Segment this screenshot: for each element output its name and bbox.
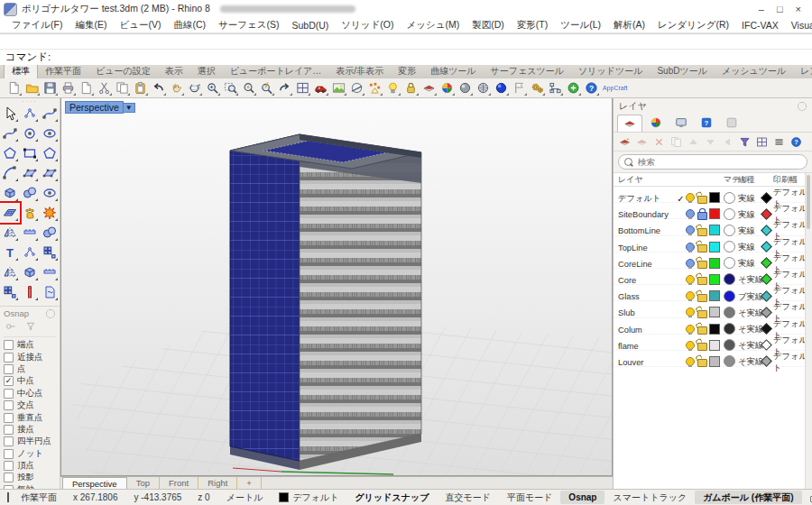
checkbox[interactable]: ✓ bbox=[4, 461, 14, 471]
layer-visibility-bulb-icon[interactable] bbox=[686, 357, 695, 366]
layer-color-swatch[interactable] bbox=[709, 192, 720, 203]
shaded-view-icon[interactable] bbox=[457, 80, 473, 96]
arc-tool-icon[interactable] bbox=[0, 163, 20, 183]
layer-material-icon[interactable] bbox=[724, 241, 735, 252]
checkbox[interactable]: ✓ bbox=[4, 389, 14, 399]
layer-color-swatch[interactable] bbox=[709, 324, 720, 335]
menu-item[interactable]: SubD(U) bbox=[285, 20, 335, 31]
layer-row[interactable]: SiteBoundary 実線 デフォルト bbox=[614, 203, 812, 219]
slab-tool-icon[interactable] bbox=[20, 223, 40, 243]
open-file-icon[interactable] bbox=[23, 80, 40, 96]
toolbar-tab[interactable]: レンダリングツール bbox=[793, 65, 812, 78]
print-icon[interactable] bbox=[60, 80, 76, 96]
layer-name[interactable]: Louver bbox=[618, 358, 676, 367]
menu-item[interactable]: 変形(T) bbox=[511, 19, 554, 32]
viewport-tab[interactable]: Right bbox=[198, 477, 237, 489]
status-field[interactable]: z 0 bbox=[189, 491, 217, 504]
flow-tool-icon[interactable] bbox=[40, 282, 60, 302]
osnap-track-icon[interactable] bbox=[5, 321, 16, 334]
layer-lock-icon[interactable] bbox=[697, 228, 707, 236]
ellipse-tool-icon[interactable] bbox=[40, 124, 60, 143]
curved-surface-tool-icon[interactable] bbox=[40, 163, 60, 183]
layer-material-icon[interactable] bbox=[724, 323, 735, 335]
layer-linetype[interactable]: ブ実線 bbox=[738, 291, 762, 303]
checkbox[interactable]: ✓ bbox=[4, 473, 14, 482]
zoom-window-icon[interactable] bbox=[240, 80, 256, 96]
layer-row[interactable]: Colum そ実線 デフォルト bbox=[614, 318, 812, 335]
panel-scrollbar[interactable] bbox=[805, 173, 812, 489]
osnap-filter-icon[interactable] bbox=[25, 321, 36, 334]
panel-help-button[interactable] bbox=[789, 134, 803, 149]
layer-color-swatch[interactable] bbox=[709, 290, 720, 301]
viewport-tab[interactable]: Perspective bbox=[62, 477, 127, 489]
status-field[interactable]: 作業平面 bbox=[13, 491, 65, 504]
panel-gear-icon[interactable] bbox=[798, 102, 807, 111]
zoom-extents-icon[interactable] bbox=[258, 80, 274, 96]
update-icon[interactable] bbox=[565, 80, 581, 96]
cut-icon[interactable] bbox=[96, 80, 112, 96]
viewport-label[interactable]: Perspective ▼ bbox=[65, 101, 135, 114]
extract-surface-tool-icon[interactable] bbox=[20, 203, 40, 223]
osnap-option[interactable]: ✓ 四半円点 bbox=[4, 436, 60, 447]
layer-linetype[interactable]: 実線 bbox=[738, 242, 762, 253]
block-manager-icon[interactable] bbox=[547, 80, 563, 96]
new-sublayer-button[interactable] bbox=[634, 134, 649, 149]
layer-material-icon[interactable] bbox=[724, 307, 735, 318]
layer-visibility-bulb-icon[interactable] bbox=[686, 275, 695, 284]
cplane-icon[interactable] bbox=[348, 80, 364, 96]
checkbox[interactable]: ✓ bbox=[4, 340, 14, 350]
layer-row[interactable]: BottomLine 実線 デフォルト bbox=[614, 219, 812, 235]
help-icon[interactable] bbox=[583, 80, 599, 96]
viewport[interactable]: Perspective ▼ bbox=[60, 98, 613, 476]
layer-material-icon[interactable] bbox=[724, 339, 735, 351]
viewport-layout-icon[interactable] bbox=[294, 80, 310, 96]
cylinder-tool-icon[interactable] bbox=[40, 183, 60, 203]
delete-layer-button[interactable] bbox=[651, 134, 666, 149]
layer-color-swatch[interactable] bbox=[709, 356, 720, 367]
louver-tool-icon[interactable] bbox=[40, 262, 60, 282]
help-panel-tab[interactable] bbox=[695, 115, 718, 131]
layer-row[interactable]: Slub そ実線 デフォルト bbox=[614, 301, 812, 317]
status-toggle[interactable]: 平面モード bbox=[499, 491, 560, 504]
lock-objects-icon[interactable] bbox=[402, 80, 419, 96]
array-tool-icon[interactable] bbox=[40, 243, 60, 262]
flag-icon[interactable] bbox=[511, 80, 527, 96]
menu-item[interactable]: ビュー(V) bbox=[113, 19, 167, 32]
toolbar-tab[interactable]: ソリッドツール bbox=[571, 65, 650, 78]
checkbox[interactable]: ✓ bbox=[4, 353, 14, 363]
layer-lock-icon[interactable] bbox=[697, 326, 707, 335]
layer-lock-icon[interactable] bbox=[697, 244, 707, 252]
move-left-button[interactable] bbox=[720, 134, 734, 149]
circle-tool-icon[interactable] bbox=[20, 124, 40, 143]
rotate-view-icon[interactable] bbox=[186, 80, 202, 96]
object-snap-icon[interactable] bbox=[366, 80, 383, 96]
menu-item[interactable]: メッシュ(M) bbox=[400, 19, 466, 32]
layer-name[interactable]: Core bbox=[618, 276, 676, 285]
status-field[interactable]: メートル bbox=[218, 491, 272, 504]
move-down-button[interactable] bbox=[703, 134, 717, 149]
menu-item[interactable]: IFC-VAX bbox=[735, 20, 785, 31]
scale-tool-icon[interactable] bbox=[20, 243, 40, 262]
layer-lock-icon[interactable] bbox=[697, 310, 707, 318]
checkbox[interactable]: ✓ bbox=[4, 376, 14, 386]
menu-item[interactable]: ツール(L) bbox=[554, 19, 607, 32]
layer-color-swatch[interactable] bbox=[709, 307, 720, 317]
checkbox[interactable]: ✓ bbox=[4, 449, 14, 459]
layer-material-icon[interactable] bbox=[724, 355, 735, 367]
command-input[interactable]: コマンド: bbox=[0, 49, 812, 65]
layer-linetype[interactable]: 実線 bbox=[738, 209, 762, 221]
menu-item[interactable]: VisualARQ bbox=[785, 20, 812, 31]
command-history[interactable] bbox=[0, 33, 812, 49]
layers-icon[interactable] bbox=[420, 80, 437, 96]
osnap-option[interactable]: ✓ 中点 bbox=[4, 375, 60, 387]
layer-linetype[interactable]: 実線 bbox=[738, 193, 762, 205]
point-tool-icon[interactable] bbox=[20, 104, 40, 124]
layer-linetype[interactable]: そ実線 bbox=[738, 340, 762, 352]
osnap-option[interactable]: ✓ 接点 bbox=[4, 424, 60, 436]
layer-linetype[interactable]: 実線 bbox=[738, 225, 762, 237]
pan-icon[interactable] bbox=[168, 80, 184, 96]
layer-name[interactable]: SiteBoundary bbox=[618, 210, 676, 219]
layer-color-swatch[interactable] bbox=[709, 242, 720, 252]
duplicate-layer-button[interactable] bbox=[669, 134, 683, 149]
boolean-tool-icon[interactable] bbox=[40, 223, 60, 243]
